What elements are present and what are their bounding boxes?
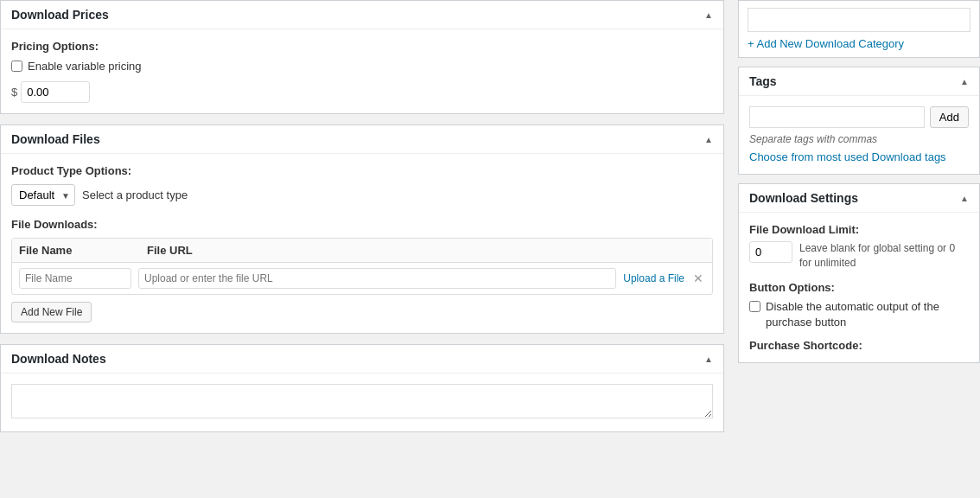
add-new-file-button[interactable]: Add New File — [11, 302, 92, 322]
price-symbol: $ — [11, 86, 17, 99]
file-url-input[interactable] — [138, 268, 616, 289]
tags-add-button[interactable]: Add — [930, 106, 969, 128]
disable-button-row: Disable the automatic output of the purc… — [749, 299, 969, 330]
enable-variable-pricing-checkbox[interactable] — [11, 61, 22, 72]
disable-button-text: Disable the automatic output of the purc… — [766, 299, 969, 330]
file-table-header: File Name File URL — [12, 239, 712, 263]
download-prices-body: Pricing Options: Enable variable pricing… — [1, 29, 723, 113]
tags-header[interactable]: Tags ▲ — [739, 67, 979, 96]
tags-input[interactable] — [749, 106, 925, 128]
product-type-select-wrapper: Default ▼ — [11, 184, 75, 206]
download-files-title: Download Files — [11, 132, 100, 146]
disable-button-checkbox[interactable] — [749, 301, 760, 312]
remove-file-button[interactable]: ✕ — [691, 271, 705, 285]
download-settings-header[interactable]: Download Settings ▲ — [739, 184, 979, 213]
col-file-name-header: File Name — [19, 244, 140, 257]
tags-title: Tags — [749, 74, 777, 88]
tags-hint: Separate tags with commas — [749, 133, 969, 145]
download-files-toggle-icon: ▲ — [704, 135, 713, 144]
download-files-panel: Download Files ▲ Product Type Options: D… — [0, 124, 724, 334]
download-prices-title: Download Prices — [11, 8, 109, 22]
limit-row: Leave blank for global setting or 0 for … — [749, 241, 969, 271]
tags-input-row: Add — [749, 106, 969, 128]
download-settings-title: Download Settings — [749, 191, 858, 205]
file-downloads-label: File Downloads: — [11, 218, 713, 231]
tags-choose-link[interactable]: Choose from most used Download tags — [749, 150, 946, 163]
price-input-row: $ — [11, 81, 713, 103]
product-type-label: Product Type Options: — [11, 164, 713, 177]
download-prices-panel: Download Prices ▲ Pricing Options: Enabl… — [0, 0, 724, 114]
download-prices-header[interactable]: Download Prices ▲ — [1, 1, 723, 29]
download-settings-body: File Download Limit: Leave blank for glo… — [739, 213, 979, 362]
download-settings-toggle-icon: ▲ — [960, 194, 969, 203]
col-file-url-header: File URL — [147, 244, 705, 257]
tags-body: Add Separate tags with commas Choose fro… — [739, 96, 979, 174]
tags-panel: Tags ▲ Add Separate tags with commas Cho… — [738, 67, 980, 175]
download-notes-body — [1, 374, 723, 431]
category-top-area: + Add New Download Category — [738, 0, 980, 58]
product-type-hint: Select a product type — [82, 188, 188, 201]
add-category-link[interactable]: + Add New Download Category — [748, 37, 904, 50]
download-files-header[interactable]: Download Files ▲ — [1, 125, 723, 154]
file-table: File Name File URL Upload a File ✕ — [11, 238, 713, 295]
product-type-row: Default ▼ Select a product type — [11, 184, 713, 206]
notes-textarea[interactable] — [11, 384, 713, 418]
limit-hint: Leave blank for global setting or 0 for … — [799, 241, 969, 271]
file-name-input[interactable] — [19, 268, 131, 289]
download-settings-panel: Download Settings ▲ File Download Limit:… — [738, 183, 980, 363]
download-notes-header[interactable]: Download Notes ▲ — [1, 345, 723, 374]
download-notes-title: Download Notes — [11, 352, 106, 366]
pricing-options-label: Pricing Options: — [11, 40, 713, 53]
upload-file-link[interactable]: Upload a File — [623, 272, 684, 284]
limit-input[interactable] — [749, 241, 792, 263]
tags-toggle-icon: ▲ — [960, 77, 969, 86]
button-options-label: Button Options: — [749, 281, 969, 294]
download-notes-panel: Download Notes ▲ — [0, 344, 724, 432]
product-type-select[interactable]: Default — [11, 184, 75, 206]
download-notes-toggle-icon: ▲ — [704, 354, 713, 364]
enable-variable-pricing-row: Enable variable pricing — [11, 60, 713, 73]
file-download-limit-label: File Download Limit: — [749, 223, 969, 236]
download-files-body: Product Type Options: Default ▼ Select a… — [1, 154, 723, 333]
price-input[interactable] — [21, 81, 90, 103]
category-input[interactable] — [748, 8, 970, 32]
enable-variable-pricing-label: Enable variable pricing — [28, 60, 142, 73]
purchase-shortcode-label: Purchase Shortcode: — [749, 339, 969, 352]
download-prices-toggle-icon: ▲ — [704, 10, 713, 20]
file-table-row: Upload a File ✕ — [12, 263, 712, 294]
